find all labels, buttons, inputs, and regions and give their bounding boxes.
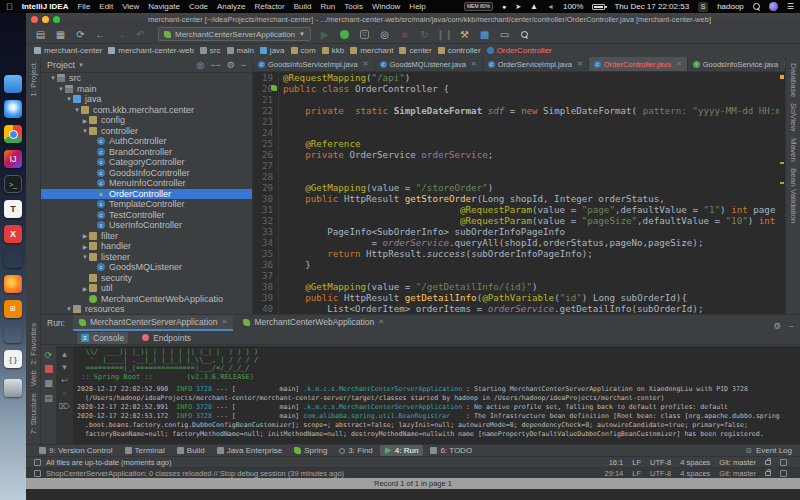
menu-navigate[interactable]: Navigate bbox=[148, 2, 180, 11]
debug-button[interactable] bbox=[338, 28, 351, 41]
toolwindow-button-7-structure[interactable]: 7: Structure bbox=[29, 393, 38, 434]
apple-menu-icon[interactable]:  bbox=[6, 2, 13, 12]
breadcrumb-item-main[interactable]: main bbox=[225, 46, 256, 55]
restart-icon[interactable]: ↻ bbox=[418, 28, 431, 41]
tree-item-handler[interactable]: ▶handler bbox=[41, 241, 252, 252]
tree-item-util[interactable]: ▶util bbox=[41, 283, 252, 294]
toolwindow-button-9-version-control[interactable]: 9: Version Control bbox=[34, 445, 118, 456]
tree-item-src[interactable]: ▼src bbox=[41, 73, 252, 84]
status-widget-utf-8[interactable]: UTF-8 bbox=[650, 469, 671, 478]
run-configuration-select[interactable]: MerchantCenterServerApplication ▼ bbox=[158, 27, 311, 41]
dock-app-terminal[interactable]: >_ bbox=[4, 175, 22, 193]
dock-app-finder[interactable] bbox=[4, 75, 22, 93]
tree-item-com.kkb.merchant.center[interactable]: ▼com.kkb.merchant.center bbox=[41, 105, 252, 116]
breadcrumb-item-controller[interactable]: controller bbox=[436, 46, 483, 55]
dock-app-code[interactable]: { } bbox=[4, 350, 22, 368]
tree-item-TemplateController[interactable]: cTemplateController bbox=[41, 199, 252, 210]
status-message[interactable]: All files are up-to-date (moments ago) bbox=[46, 458, 171, 467]
tree-closed-arrow-icon[interactable]: ▶ bbox=[81, 117, 89, 124]
menubar-app-name[interactable]: IntelliJ IDEA bbox=[22, 2, 69, 11]
breadcrumb-item-merchant[interactable]: merchant bbox=[348, 46, 395, 55]
status-widget-16-1[interactable]: 16:1 bbox=[609, 458, 624, 467]
terminal-toolbar-icon[interactable]: ▭ bbox=[498, 28, 511, 41]
settings-gear-icon[interactable]: ⚙ bbox=[227, 60, 235, 70]
profiler-button[interactable]: ◎ bbox=[378, 28, 391, 41]
tree-item-BrandController[interactable]: cBrandController bbox=[41, 147, 252, 158]
toolwindow-button-maven[interactable]: Maven bbox=[789, 138, 798, 162]
open-file-icon[interactable]: ▤ bbox=[34, 28, 47, 41]
tree-item-listener[interactable]: ▼listener bbox=[41, 252, 252, 263]
breadcrumb-item-merchant-center[interactable]: merchant-center bbox=[32, 46, 104, 55]
close-tab-icon[interactable]: ✕ bbox=[577, 60, 583, 68]
tree-open-arrow-icon[interactable]: ▼ bbox=[81, 254, 89, 260]
tree-item-resources[interactable]: ▼resources bbox=[41, 304, 252, 314]
back-icon[interactable]: ← bbox=[94, 28, 107, 41]
tree-item-MerchantCenterWebApplicatio[interactable]: MerchantCenterWebApplicatio bbox=[41, 294, 252, 305]
tree-item-filter[interactable]: ▶filter bbox=[41, 231, 252, 242]
wifi-icon[interactable]: ▲ bbox=[530, 2, 538, 11]
status-widget-git-master[interactable]: Git: master bbox=[719, 469, 756, 478]
tree-item-MenuInfoController[interactable]: cMenuInfoController bbox=[41, 178, 252, 189]
editor-tab-OrderServiceImpl.java[interactable]: cOrderServiceImpl.java✕ bbox=[483, 57, 589, 71]
status-widget-lf[interactable]: LF bbox=[632, 458, 641, 467]
pause-icon[interactable]: ❙❙ bbox=[438, 28, 451, 41]
minimize-window-button[interactable] bbox=[42, 16, 49, 23]
input-method-badge[interactable]: S bbox=[698, 2, 708, 12]
notification-center-icon[interactable]: ☰ bbox=[787, 2, 794, 11]
menu-tools[interactable]: Tools bbox=[344, 2, 363, 11]
menu-edit[interactable]: Edit bbox=[99, 2, 113, 11]
window-titlebar[interactable]: merchant-center [~/ideaProjects/merchant… bbox=[26, 13, 800, 25]
tree-item-CategoryController[interactable]: cCategoryController bbox=[41, 157, 252, 168]
event-log-button[interactable]: Event Log bbox=[756, 446, 792, 455]
dock-app-typora[interactable]: T bbox=[4, 200, 22, 218]
tree-open-arrow-icon[interactable]: ▼ bbox=[57, 86, 65, 92]
paper-plane-icon[interactable]: ➤ bbox=[515, 3, 521, 11]
save-all-icon[interactable]: ▦ bbox=[54, 28, 67, 41]
print-icon[interactable]: ▫ bbox=[63, 389, 66, 398]
rerun-icon[interactable]: ⟳ bbox=[45, 350, 53, 360]
toolwindow-button-build[interactable]: Build bbox=[172, 445, 210, 456]
maximize-window-button[interactable] bbox=[53, 16, 60, 23]
menu-refactor[interactable]: Refactor bbox=[255, 2, 285, 11]
menu-run[interactable]: Run bbox=[321, 2, 336, 11]
volume-icon[interactable]: ◄ bbox=[547, 3, 554, 10]
breadcrumb-item-merchant-center-web[interactable]: merchant-center-web bbox=[106, 46, 196, 55]
coverage-button[interactable]: C bbox=[358, 28, 371, 41]
menubar-clock[interactable]: Thu Dec 17 22:02:53 bbox=[614, 2, 689, 11]
tree-item-AuthController[interactable]: cAuthController bbox=[41, 136, 252, 147]
breadcrumb-item-src[interactable]: src bbox=[198, 46, 223, 55]
breadcrumb-item-center[interactable]: center bbox=[397, 46, 433, 55]
console-tab-endpoints[interactable]: Endpoints bbox=[138, 332, 195, 344]
tree-item-config[interactable]: ▶config bbox=[41, 115, 252, 126]
tree-closed-arrow-icon[interactable]: ▶ bbox=[81, 285, 89, 292]
tree-open-arrow-icon[interactable]: ▼ bbox=[65, 96, 73, 102]
menu-window[interactable]: Window bbox=[372, 2, 400, 11]
status-widget-utf-8[interactable]: UTF-8 bbox=[650, 458, 671, 467]
breadcrumb-item-com[interactable]: com bbox=[289, 46, 318, 55]
siri-icon[interactable] bbox=[769, 2, 778, 11]
code-editor[interactable]: @RequestMapping("/api")public class Orde… bbox=[279, 72, 785, 314]
tree-closed-arrow-icon[interactable]: ▶ bbox=[81, 243, 89, 250]
menu-help[interactable]: Help bbox=[409, 2, 425, 11]
toolwindow-button-database[interactable]: Database bbox=[789, 63, 798, 97]
menu-build[interactable]: Build bbox=[294, 2, 312, 11]
dump-threads-icon[interactable]: ▤ bbox=[44, 393, 53, 403]
console-output[interactable]: \\/ ___)| |_)| | | | | || (_| | ) ) ) ) … bbox=[73, 346, 800, 444]
locate-file-icon[interactable]: ◎ bbox=[196, 60, 204, 70]
tree-closed-arrow-icon[interactable]: ▶ bbox=[81, 232, 89, 239]
dock-app-safari[interactable] bbox=[4, 100, 22, 118]
menubar-user[interactable]: hadoop bbox=[717, 2, 744, 11]
toolwindow-button-java-enterprise[interactable]: Java Enterprise bbox=[212, 445, 288, 456]
close-tab-icon[interactable]: ✕ bbox=[222, 318, 228, 326]
sync-icon[interactable]: ⟳ bbox=[74, 28, 87, 41]
error-stripe-mark[interactable] bbox=[780, 75, 784, 79]
tree-open-arrow-icon[interactable]: ▼ bbox=[81, 128, 89, 134]
menu-code[interactable]: Code bbox=[189, 2, 208, 11]
toolwindow-button-spring[interactable]: Spring bbox=[289, 445, 332, 456]
console-tab-console[interactable]: ≡Console bbox=[77, 332, 128, 344]
tree-item-java[interactable]: ▼java bbox=[41, 94, 252, 105]
tree-item-OrderController[interactable]: cOrderController bbox=[41, 189, 252, 200]
project-structure-icon[interactable]: ▩ bbox=[478, 28, 491, 41]
status-widget-4-spaces[interactable]: 4 spaces bbox=[680, 458, 710, 467]
editor-scrollbar[interactable] bbox=[779, 72, 785, 314]
